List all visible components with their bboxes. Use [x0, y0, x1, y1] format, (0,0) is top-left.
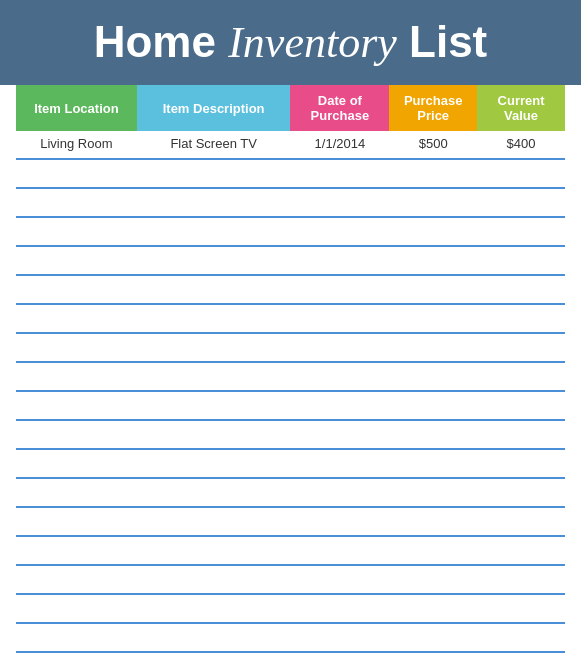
cell-purchase_price — [389, 420, 477, 449]
cell-current_value — [477, 188, 565, 217]
table-row — [16, 275, 565, 304]
cell-purchase_price — [389, 217, 477, 246]
cell-date: 1/1/2014 — [290, 131, 389, 159]
cell-purchase_price — [389, 159, 477, 188]
cell-location — [16, 478, 137, 507]
cell-current_value — [477, 246, 565, 275]
cell-date — [290, 565, 389, 594]
cell-location — [16, 420, 137, 449]
table-row — [16, 449, 565, 478]
cell-current_value — [477, 623, 565, 652]
cell-purchase_price: $500 — [389, 131, 477, 159]
cell-date — [290, 594, 389, 623]
cell-current_value — [477, 217, 565, 246]
page-header: Home Inventory List — [0, 0, 581, 85]
title-word-inventory: Inventory — [228, 18, 397, 67]
cell-purchase_price — [389, 507, 477, 536]
table-row — [16, 420, 565, 449]
cell-date — [290, 246, 389, 275]
cell-purchase_price — [389, 623, 477, 652]
cell-location — [16, 217, 137, 246]
table-body: Living RoomFlat Screen TV1/1/2014$500$40… — [16, 131, 565, 652]
cell-current_value — [477, 536, 565, 565]
col-header-purchase: Purchase Price — [389, 85, 477, 131]
table-row — [16, 217, 565, 246]
table-row — [16, 246, 565, 275]
cell-current_value — [477, 333, 565, 362]
table-row — [16, 594, 565, 623]
cell-current_value — [477, 449, 565, 478]
table-header-row: Item Location Item Description Date of P… — [16, 85, 565, 131]
table-row — [16, 333, 565, 362]
cell-description — [137, 565, 291, 594]
col-header-date: Date of Purchase — [290, 85, 389, 131]
table-row — [16, 536, 565, 565]
cell-purchase_price — [389, 391, 477, 420]
table-row — [16, 478, 565, 507]
cell-purchase_price — [389, 478, 477, 507]
cell-date — [290, 159, 389, 188]
cell-purchase_price — [389, 449, 477, 478]
cell-date — [290, 623, 389, 652]
cell-date — [290, 304, 389, 333]
title-word-list: List — [409, 17, 487, 66]
cell-current_value — [477, 362, 565, 391]
cell-location — [16, 565, 137, 594]
cell-current_value: $400 — [477, 131, 565, 159]
cell-date — [290, 449, 389, 478]
cell-description — [137, 478, 291, 507]
table-row: Living RoomFlat Screen TV1/1/2014$500$40… — [16, 131, 565, 159]
cell-current_value — [477, 565, 565, 594]
page-container: Home Inventory List Item Location Item D… — [0, 0, 581, 663]
cell-current_value — [477, 594, 565, 623]
cell-description — [137, 304, 291, 333]
cell-purchase_price — [389, 536, 477, 565]
cell-description — [137, 594, 291, 623]
cell-date — [290, 188, 389, 217]
cell-current_value — [477, 391, 565, 420]
cell-location — [16, 362, 137, 391]
cell-location — [16, 333, 137, 362]
col-header-current: Current Value — [477, 85, 565, 131]
cell-purchase_price — [389, 565, 477, 594]
cell-location — [16, 391, 137, 420]
cell-description — [137, 217, 291, 246]
cell-description — [137, 536, 291, 565]
table-row — [16, 391, 565, 420]
cell-location — [16, 246, 137, 275]
cell-purchase_price — [389, 275, 477, 304]
cell-date — [290, 217, 389, 246]
cell-location — [16, 623, 137, 652]
cell-current_value — [477, 304, 565, 333]
table-row — [16, 507, 565, 536]
cell-location — [16, 449, 137, 478]
cell-description — [137, 420, 291, 449]
table-row — [16, 623, 565, 652]
cell-description — [137, 623, 291, 652]
cell-description — [137, 333, 291, 362]
cell-current_value — [477, 478, 565, 507]
cell-description — [137, 362, 291, 391]
cell-date — [290, 536, 389, 565]
cell-date — [290, 420, 389, 449]
inventory-table: Item Location Item Description Date of P… — [16, 85, 565, 653]
cell-location — [16, 304, 137, 333]
cell-date — [290, 333, 389, 362]
table-row — [16, 362, 565, 391]
cell-description: Flat Screen TV — [137, 131, 291, 159]
cell-description — [137, 391, 291, 420]
table-row — [16, 565, 565, 594]
cell-location — [16, 594, 137, 623]
cell-location — [16, 536, 137, 565]
cell-description — [137, 449, 291, 478]
cell-description — [137, 188, 291, 217]
col-header-description: Item Description — [137, 85, 291, 131]
table-row — [16, 159, 565, 188]
cell-date — [290, 478, 389, 507]
cell-current_value — [477, 507, 565, 536]
cell-purchase_price — [389, 362, 477, 391]
cell-location — [16, 159, 137, 188]
cell-purchase_price — [389, 333, 477, 362]
cell-description — [137, 159, 291, 188]
cell-location — [16, 507, 137, 536]
